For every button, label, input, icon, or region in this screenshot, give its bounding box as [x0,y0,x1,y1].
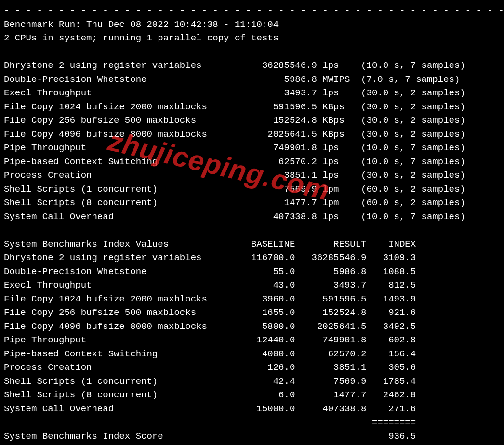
index-header: System Benchmarks Index Values BASELINE … [4,237,500,251]
cpu-header: 2 CPUs in system; running 1 parallel cop… [4,31,500,45]
raw-results-block: Dhrystone 2 using register variables 362… [4,59,500,223]
result-row: File Copy 1024 bufsize 2000 maxblocks 59… [4,100,500,114]
result-row: Dhrystone 2 using register variables 362… [4,59,500,73]
separator-equals: ======== [4,416,500,430]
result-row: System Call Overhead 407338.8 lps (10.0 … [4,210,500,224]
separator-line: - - - - - - - - - - - - - - - - - - - - … [4,4,500,18]
index-score-line: System Benchmarks Index Score 936.5 [4,430,500,444]
result-row: Execl Throughput 3493.7 lps (30.0 s, 2 s… [4,86,500,100]
result-row: Pipe Throughput 749901.8 lps (10.0 s, 7 … [4,141,500,155]
index-row: File Copy 1024 bufsize 2000 maxblocks 39… [4,292,500,306]
index-row: Process Creation 126.0 3851.1 305.6 [4,361,500,375]
index-row: Shell Scripts (1 concurrent) 42.4 7569.9… [4,375,500,389]
index-row: Execl Throughput 43.0 3493.7 812.5 [4,278,500,292]
result-row: File Copy 4096 bufsize 8000 maxblocks 20… [4,128,500,142]
index-row: System Call Overhead 15000.0 407338.8 27… [4,402,500,416]
index-row: Dhrystone 2 using register variables 116… [4,251,500,265]
result-row: Process Creation 3851.1 lps (30.0 s, 2 s… [4,169,500,183]
index-row: Shell Scripts (8 concurrent) 6.0 1477.7 … [4,388,500,402]
index-row: File Copy 4096 bufsize 8000 maxblocks 58… [4,320,500,334]
blank-line [4,45,500,59]
result-row: Shell Scripts (1 concurrent) 7569.9 lpm … [4,183,500,196]
index-row: Pipe-based Context Switching 4000.0 6257… [4,347,500,361]
result-row: Double-Precision Whetstone 5986.8 MWIPS … [4,73,500,87]
index-results-block: Dhrystone 2 using register variables 116… [4,251,500,416]
run-header: Benchmark Run: Thu Dec 08 2022 10:42:38 … [4,18,500,32]
result-row: Pipe-based Context Switching 62570.2 lps… [4,155,500,169]
index-row: Double-Precision Whetstone 55.0 5986.8 1… [4,265,500,279]
index-row: Pipe Throughput 12440.0 749901.8 602.8 [4,333,500,347]
blank-line [4,223,500,237]
result-row: Shell Scripts (8 concurrent) 1477.7 lpm … [4,196,500,210]
result-row: File Copy 256 bufsize 500 maxblocks 1525… [4,114,500,128]
index-row: File Copy 256 bufsize 500 maxblocks 1655… [4,306,500,320]
